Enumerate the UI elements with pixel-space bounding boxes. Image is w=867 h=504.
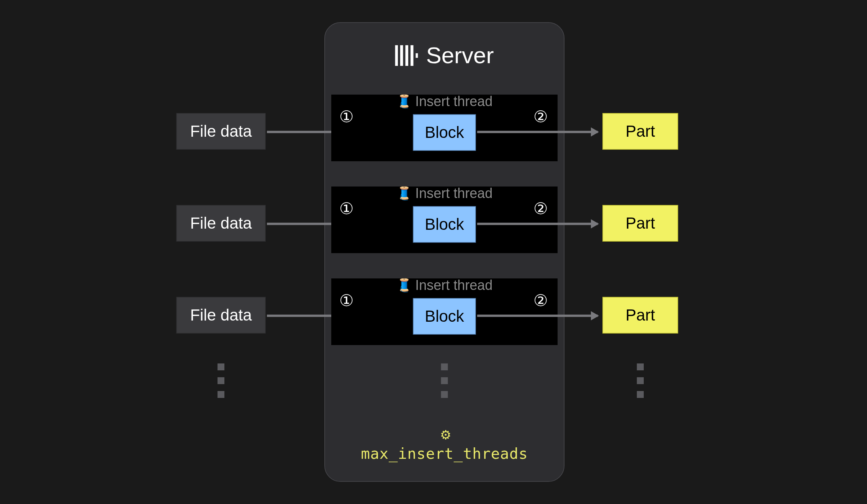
block-box: Block [413,298,476,335]
file-data-box: File data [176,297,266,334]
block-label: Block [425,215,464,234]
part-label: Part [625,122,655,141]
thread-header: 🧵 Insert thread [331,93,558,110]
step-1-marker: ① [339,199,354,218]
server-title: Server [325,43,564,69]
svg-rect-3 [411,45,414,65]
diagram-canvas: Server File data 🧵 Insert thread Block ①… [14,16,853,488]
arrow-block-to-part [477,223,598,225]
part-label: Part [625,214,655,232]
clickhouse-logo-icon [395,45,418,65]
svg-rect-0 [395,45,398,65]
ellipsis-vertical-icon [218,363,224,398]
file-data-label: File data [190,122,252,141]
thread-spool-icon: 🧵 [396,94,412,109]
step-2-marker: ② [533,291,548,310]
ellipsis-vertical-icon [441,363,448,398]
step-1-marker: ① [339,291,354,310]
step-2-marker: ② [533,107,548,126]
svg-rect-2 [406,45,409,65]
thread-label: Insert thread [415,185,492,201]
thread-spool-icon: 🧵 [396,186,412,201]
part-label: Part [625,306,655,324]
part-box: Part [602,205,678,242]
thread-header: 🧵 Insert thread [331,277,558,293]
svg-rect-1 [400,45,403,65]
thread-spool-icon: 🧵 [396,278,412,293]
thread-label: Insert thread [415,93,492,110]
server-title-text: Server [426,43,494,69]
step-2-marker: ② [533,199,548,218]
setting-name: max_insert_threads [324,445,564,462]
block-label: Block [425,123,464,142]
insert-thread-slot: 🧵 Insert thread Block [331,95,558,161]
block-box: Block [413,206,476,243]
ellipsis-vertical-icon [637,363,644,398]
gear-icon: ⚙ [440,428,451,443]
file-data-box: File data [176,113,266,150]
svg-rect-4 [416,53,418,57]
file-data-label: File data [190,214,252,232]
thread-header: 🧵 Insert thread [331,185,558,201]
insert-thread-slot: 🧵 Insert thread Block [331,278,558,345]
part-box: Part [602,297,678,334]
step-1-marker: ① [339,107,354,126]
arrow-block-to-part [477,315,598,317]
arrow-block-to-part [477,131,598,133]
file-data-label: File data [190,306,252,324]
block-box: Block [413,114,476,151]
part-box: Part [602,113,678,150]
thread-label: Insert thread [415,277,492,293]
file-data-box: File data [176,205,266,242]
insert-thread-slot: 🧵 Insert thread Block [331,187,558,253]
block-label: Block [425,307,464,326]
